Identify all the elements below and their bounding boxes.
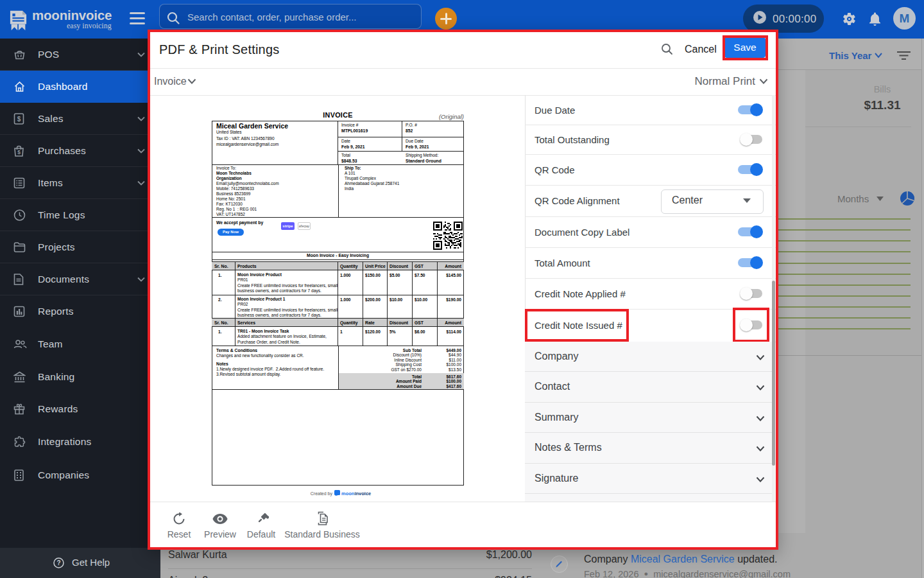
svg-text:$: $ bbox=[17, 149, 21, 155]
svg-text:$: $ bbox=[17, 116, 21, 123]
svg-text:?: ? bbox=[56, 559, 60, 566]
